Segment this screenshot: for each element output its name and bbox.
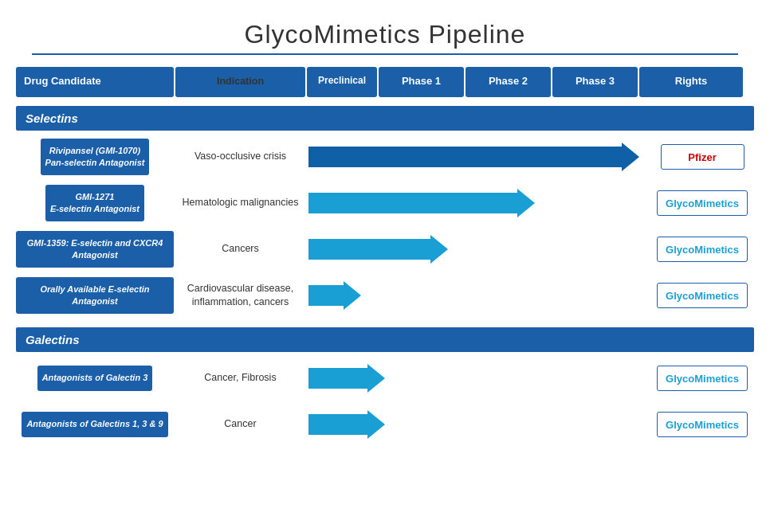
rights-cell: Pfizer bbox=[650, 144, 754, 170]
drug-candidate-cell: Rivipansel (GMI-1070)Pan-selectin Antago… bbox=[16, 139, 174, 176]
drug-btn: Orally Available E-selectin Antagonist bbox=[16, 277, 174, 315]
drug-candidate-cell: Orally Available E-selectin Antagonist bbox=[16, 277, 174, 315]
phase-cells bbox=[307, 235, 649, 264]
rights-box: Pfizer bbox=[661, 144, 744, 170]
drug-btn: GMI-1359: E-selectin and CXCR4 Antagonis… bbox=[16, 231, 174, 268]
phase-cells bbox=[307, 281, 649, 310]
drug-candidate-cell: Antagonists of Galectins 1, 3 & 9 bbox=[16, 412, 174, 436]
rights-cell: GlycoMimetics bbox=[650, 237, 754, 262]
pipeline-row: GMI-1271E-selectin Antagonist Hematologi… bbox=[16, 182, 754, 225]
pipeline-wrapper: GlycoMimetics Pipeline Drug Candidate In… bbox=[16, 20, 754, 447]
section-header-1: Galectins bbox=[16, 327, 754, 352]
column-headers: Drug Candidate Indication Preclinical Ph… bbox=[16, 67, 754, 97]
col-header-phase3: Phase 3 bbox=[552, 67, 638, 97]
rights-cell: GlycoMimetics bbox=[650, 283, 754, 308]
col-header-rights: Rights bbox=[639, 67, 743, 97]
col-header-drug: Drug Candidate bbox=[16, 67, 174, 97]
pipeline-arrow bbox=[308, 410, 647, 439]
section-header-0: Selectins bbox=[16, 106, 754, 131]
col-header-indication: Indication bbox=[175, 67, 305, 97]
phase-cells bbox=[307, 143, 649, 171]
indication-cell: Cancers bbox=[175, 242, 305, 256]
pipeline-arrow bbox=[308, 281, 647, 310]
rights-box: GlycoMimetics bbox=[657, 412, 748, 437]
pipeline-arrow bbox=[308, 364, 647, 393]
col-header-phase1: Phase 1 bbox=[379, 67, 464, 97]
pipeline-row: Orally Available E-selectin Antagonist C… bbox=[16, 274, 754, 318]
phase-cells bbox=[307, 410, 649, 439]
rights-cell: GlycoMimetics bbox=[650, 412, 754, 437]
col-header-phase2: Phase 2 bbox=[466, 67, 551, 97]
drug-btn: Antagonists of Galectins 1, 3 & 9 bbox=[22, 412, 167, 436]
phase-cells bbox=[307, 364, 649, 393]
drug-candidate-cell: Antagonists of Galectin 3 bbox=[16, 366, 174, 390]
rights-cell: GlycoMimetics bbox=[650, 190, 754, 216]
drug-candidate-cell: GMI-1271E-selectin Antagonist bbox=[16, 185, 174, 222]
indication-cell: Cardiovascular disease, inflammation, ca… bbox=[175, 282, 305, 310]
indication-cell: Vaso-occlusive crisis bbox=[175, 150, 305, 164]
pipeline-arrow bbox=[308, 143, 647, 171]
rights-box: GlycoMimetics bbox=[657, 366, 748, 391]
pipeline-row: GMI-1359: E-selectin and CXCR4 Antagonis… bbox=[16, 228, 754, 272]
page-title: GlycoMimetics Pipeline bbox=[16, 20, 754, 49]
drug-candidate-cell: GMI-1359: E-selectin and CXCR4 Antagonis… bbox=[16, 231, 174, 268]
title-divider bbox=[32, 53, 738, 55]
drug-btn: GMI-1271E-selectin Antagonist bbox=[45, 185, 144, 222]
col-header-preclinical: Preclinical bbox=[307, 67, 377, 97]
rights-cell: GlycoMimetics bbox=[650, 366, 754, 391]
indication-cell: Hematologic malignancies bbox=[175, 196, 305, 210]
pipeline-arrow bbox=[308, 189, 647, 217]
rights-box: GlycoMimetics bbox=[657, 283, 748, 308]
drug-btn: Antagonists of Galectin 3 bbox=[37, 366, 153, 390]
pipeline-arrow bbox=[308, 235, 647, 264]
pipeline-row: Antagonists of Galectins 1, 3 & 9 Cancer… bbox=[16, 403, 754, 447]
rights-box: GlycoMimetics bbox=[657, 190, 748, 216]
pipeline-row: Rivipansel (GMI-1070)Pan-selectin Antago… bbox=[16, 135, 754, 179]
rights-box: GlycoMimetics bbox=[657, 237, 748, 262]
pipeline-row: Antagonists of Galectin 3 Cancer, Fibros… bbox=[16, 357, 754, 401]
pipeline-body: Selectins Rivipansel (GMI-1070)Pan-selec… bbox=[16, 99, 754, 447]
indication-cell: Cancer, Fibrosis bbox=[175, 371, 305, 385]
drug-btn: Rivipansel (GMI-1070)Pan-selectin Antago… bbox=[41, 139, 150, 176]
phase-cells bbox=[307, 189, 649, 217]
indication-cell: Cancer bbox=[175, 417, 305, 432]
